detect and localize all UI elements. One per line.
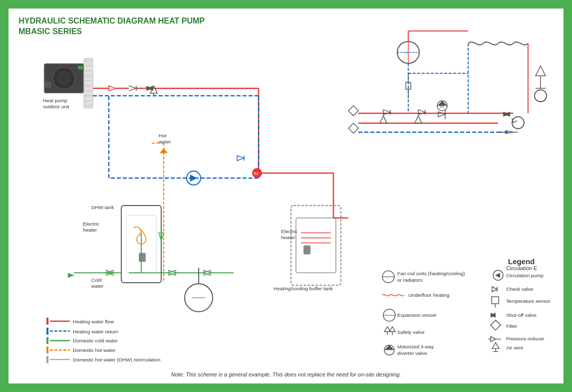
- heat-pump-label: Heat pump: [43, 98, 68, 103]
- legend-circ-label: Circulation pump: [506, 273, 544, 278]
- legend-underfloor-label: Underfloor heating: [408, 292, 450, 298]
- svg-marker-87: [160, 148, 168, 153]
- note-text: Note: This scheme is a general example. …: [171, 371, 401, 377]
- svg-rect-116: [47, 328, 49, 335]
- circulation-e-label: Circulation E: [506, 265, 537, 271]
- legend-check-icon: [492, 287, 497, 292]
- legend-expansion-label: Expansion vessel: [397, 312, 436, 318]
- svg-text:○: ○: [404, 51, 407, 56]
- disclaimer-note: Note: This scheme is a general example. …: [171, 371, 401, 377]
- main-container: HYDRAULIC SCHEMATIC DIAGRAM HEAT PUMP MB…: [8, 8, 564, 384]
- air-vent-right2: [415, 116, 422, 123]
- dhw-tank-label: DHW tank: [91, 205, 114, 210]
- ball-valve-right: [534, 90, 546, 102]
- legend-title: Legend: [508, 257, 535, 266]
- legend-check-label: Check valve: [506, 286, 534, 292]
- legend-airvent-icon: [492, 342, 499, 348]
- legend-motorized-arrow: [384, 345, 394, 350]
- air-vent-top-right: [535, 66, 545, 76]
- svg-marker-90: [190, 174, 197, 181]
- svg-text:M: M: [254, 170, 258, 176]
- schematic-diagram: Heat pump outdoor unit: [9, 9, 563, 383]
- svg-rect-63: [304, 245, 311, 254]
- hot-water-label: Hot: [159, 133, 167, 138]
- legend-filter-icon: [491, 320, 501, 330]
- electric-heater-left: Electric: [83, 221, 99, 227]
- filter-right2: [348, 123, 358, 133]
- svg-rect-14: [78, 66, 83, 69]
- legend-pressure-icon: [491, 337, 496, 342]
- legend-underfloor-icon: [382, 295, 404, 296]
- check-valve-r1: [383, 110, 390, 115]
- air-vent-right1: [380, 116, 387, 123]
- legend-label-green: Domestic cold water: [73, 338, 118, 343]
- svg-rect-115: [47, 318, 49, 325]
- check-valve-right: [438, 112, 445, 117]
- svg-marker-71: [68, 273, 74, 278]
- svg-marker-54: [437, 101, 447, 106]
- legend-label-gray: Domestic hot water (DHW) recirculation: [73, 357, 161, 362]
- buffer-tank-label: Heating/cooling buffer tank: [273, 286, 333, 291]
- svg-text:heater: heater: [281, 235, 296, 240]
- legend-temp-icon: [492, 297, 499, 304]
- cold-water-label: Cold: [91, 277, 101, 283]
- svg-text:or radiators: or radiators: [397, 277, 422, 283]
- legend-pressure-label: Pressure reducer: [506, 336, 545, 341]
- svg-marker-107: [495, 273, 500, 278]
- legend-temp-label: Temperature sensor: [506, 298, 551, 304]
- filter-right1: [348, 106, 358, 116]
- svg-text:diverter valve: diverter valve: [397, 350, 427, 356]
- legend-shutoff-label: Shut-off valve: [506, 312, 537, 318]
- svg-rect-117: [47, 337, 49, 344]
- legend-label-blue: Heating water return: [73, 329, 118, 334]
- legend-motorized-label: Motorized 3-way: [397, 344, 434, 349]
- svg-text:water: water: [91, 283, 104, 289]
- svg-line-19: [129, 86, 136, 88]
- legend-safety-label: Safety valve: [397, 329, 425, 335]
- svg-rect-59: [296, 218, 336, 273]
- legend-label-red: Heating water flow: [73, 319, 114, 324]
- legend-fancoil-label: Fan coil units (heating/cooling): [397, 271, 465, 276]
- svg-point-2: [56, 71, 71, 86]
- legend-label-orange: Domestic hot water: [73, 347, 116, 353]
- svg-text:water: water: [158, 139, 171, 144]
- svg-line-41: [513, 121, 517, 123]
- svg-marker-17: [109, 86, 116, 91]
- buffer-electric-heater: Electric: [281, 229, 298, 234]
- sensor-in-tank: [139, 253, 146, 262]
- svg-rect-15: [45, 82, 51, 87]
- svg-text:outdoor unit: outdoor unit: [43, 104, 70, 109]
- svg-line-20: [129, 88, 136, 91]
- underfloor-right: [468, 42, 528, 45]
- svg-rect-118: [47, 346, 49, 353]
- check-valve-blue: [237, 155, 244, 160]
- legend-airvent-label: Air vent: [506, 345, 523, 350]
- legend-filter-label: Filter: [506, 323, 518, 329]
- check-valve-r2: [418, 110, 425, 115]
- svg-rect-119: [47, 356, 49, 363]
- svg-text:heater: heater: [83, 227, 97, 233]
